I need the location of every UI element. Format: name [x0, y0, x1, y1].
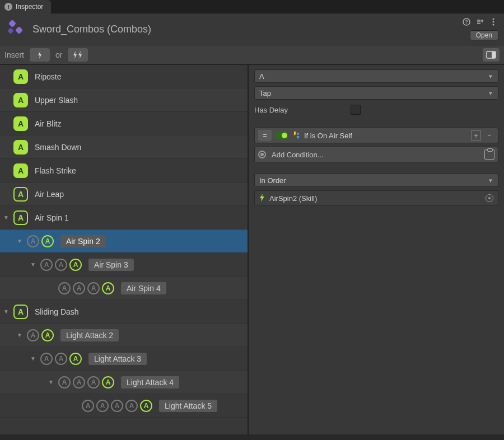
target-icon: [258, 151, 266, 158]
tree-row[interactable]: ▼AAAir Spin 2: [0, 230, 248, 253]
open-button[interactable]: Open: [470, 30, 498, 40]
tree-row[interactable]: ▼ASmash Down: [0, 135, 248, 159]
cap-stack: AA: [27, 235, 54, 247]
caret-down-icon: ▼: [488, 73, 493, 79]
cap-badge: A: [27, 329, 39, 341]
tree-row[interactable]: ▼AAALight Attack 3: [0, 347, 248, 371]
cap-stack: AAA: [40, 259, 82, 271]
cap-badge: A: [73, 282, 85, 294]
skill-reference-row[interactable]: AirSpin2 (Skill): [254, 190, 498, 206]
condition-row[interactable]: = If is On Air Self ＋ －: [254, 128, 498, 143]
main-split: ▼ARiposte▼AUpper Slash▼AAir Blitz▼ASmash…: [0, 65, 504, 434]
cap-badge: A: [69, 353, 82, 365]
tree-row[interactable]: ▼ASliding Dash: [0, 300, 248, 324]
cap-badge: A: [111, 400, 123, 412]
cap-badge: A: [73, 376, 85, 388]
order-dropdown[interactable]: In Order ▼: [254, 174, 498, 187]
cap-badge: A: [87, 282, 100, 294]
svg-point-7: [493, 24, 494, 26]
tree-row-label: Light Attack 5: [159, 400, 217, 412]
insert-toolbar: Insert or: [0, 45, 504, 65]
or-label: or: [55, 50, 62, 59]
tree-row-label: Air Spin 3: [88, 259, 134, 271]
condition-type-icon: [292, 130, 301, 141]
expand-toggle-icon[interactable]: ▼: [30, 355, 37, 362]
tree-row[interactable]: ▼AAir Leap: [0, 182, 248, 206]
tree-row-label: Air Blitz: [35, 119, 61, 128]
tree-row-label: Light Attack 3: [88, 353, 147, 365]
skill-reference-text: AirSpin2 (Skill): [269, 194, 481, 203]
cap-badge: A: [82, 400, 94, 412]
expand-toggle-icon[interactable]: ▼: [17, 332, 24, 338]
has-delay-checkbox[interactable]: [351, 105, 361, 115]
object-picker-icon[interactable]: [486, 194, 493, 202]
cap-badge: A: [40, 353, 53, 365]
tree-row-label: Air Spin 1: [35, 213, 69, 222]
add-condition-row[interactable]: Add Condition...: [254, 147, 498, 162]
presets-icon[interactable]: [475, 17, 485, 27]
tree-row[interactable]: ▼AFlash Strike: [0, 159, 248, 182]
condition-text: If is On Air Self: [304, 132, 468, 140]
expand-toggle-icon[interactable]: ▼: [3, 308, 10, 315]
tree-row-label: Upper Slash: [35, 96, 78, 105]
kebab-menu-icon[interactable]: [488, 17, 498, 27]
cap-stack: AAAAA: [82, 400, 152, 412]
condition-enabled-toggle[interactable]: [275, 130, 288, 141]
condition-drag-handle[interactable]: =: [258, 130, 272, 141]
expand-toggle-icon[interactable]: ▼: [30, 261, 37, 268]
cap-stack: A: [13, 305, 28, 319]
tree-row[interactable]: ▼AAAAALight Attack 5: [0, 394, 248, 418]
button-dropdown-value: A: [259, 72, 264, 81]
cap-badge: A: [96, 400, 109, 412]
svg-rect-0: [8, 20, 16, 27]
cap-badge: A: [69, 259, 82, 271]
combo-tree[interactable]: ▼ARiposte▼AUpper Slash▼AAir Blitz▼ASmash…: [0, 65, 249, 434]
cap-badge: A: [40, 259, 53, 271]
tree-row[interactable]: ▼AAir Blitz: [0, 112, 248, 135]
insert-primary-button[interactable]: [30, 48, 50, 62]
details-panel: A ▼ Tap ▼ Has Delay = If is On Air Self: [249, 65, 504, 434]
panel-toggle-button[interactable]: [483, 48, 500, 62]
button-dropdown[interactable]: A ▼: [254, 69, 498, 83]
cap-stack: AAA: [40, 353, 82, 365]
tree-row[interactable]: ▼AAAALight Attack 4: [0, 371, 248, 394]
cap-badge: A: [55, 353, 67, 365]
svg-point-6: [493, 21, 494, 23]
caret-down-icon: ▼: [488, 90, 493, 96]
clipboard-icon[interactable]: [484, 149, 494, 160]
tree-row[interactable]: ▼ARiposte: [0, 65, 248, 88]
help-icon[interactable]: ?: [461, 17, 472, 27]
insert-label: Insert: [4, 50, 24, 59]
cap-badge: A: [13, 187, 28, 202]
caret-down-icon: ▼: [488, 177, 493, 184]
cap-stack: AAAA: [58, 282, 114, 294]
condition-remove-button[interactable]: －: [484, 130, 494, 141]
asset-type-icon: [6, 19, 26, 39]
tree-row-label: Air Spin 2: [60, 235, 106, 247]
expand-toggle-icon[interactable]: ▼: [48, 379, 55, 385]
tree-row[interactable]: ▼AAAAir Spin 3: [0, 253, 248, 277]
cap-stack: AA: [27, 329, 54, 341]
cap-stack: A: [13, 140, 28, 155]
condition-add-button[interactable]: ＋: [471, 130, 481, 141]
cap-badge: A: [13, 116, 28, 131]
inspector-tab[interactable]: i Inspector: [0, 0, 51, 13]
svg-point-5: [493, 18, 494, 20]
asset-title: Sword_Combos (Combos): [32, 24, 497, 35]
expand-toggle-icon[interactable]: ▼: [3, 214, 10, 221]
cap-badge: A: [140, 400, 152, 412]
insert-secondary-button[interactable]: [68, 48, 88, 62]
has-delay-label: Has Delay: [254, 106, 344, 114]
bolt-icon: [259, 194, 265, 203]
tab-bar: i Inspector: [0, 0, 504, 13]
press-dropdown[interactable]: Tap ▼: [254, 86, 498, 100]
cap-badge: A: [13, 163, 28, 178]
svg-rect-9: [492, 52, 496, 58]
tree-row[interactable]: ▼AUpper Slash: [0, 88, 248, 112]
tree-row[interactable]: ▼AALight Attack 2: [0, 324, 248, 347]
tree-row[interactable]: ▼AAAAAir Spin 4: [0, 277, 248, 300]
tree-row[interactable]: ▼AAir Spin 1: [0, 206, 248, 230]
svg-text:?: ?: [465, 19, 468, 25]
cap-stack: AAAA: [58, 376, 114, 388]
expand-toggle-icon[interactable]: ▼: [17, 238, 24, 244]
